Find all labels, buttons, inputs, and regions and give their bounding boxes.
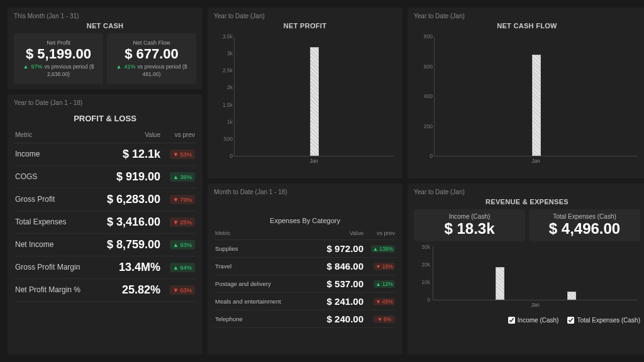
y-tick-label: 1.5k (214, 102, 233, 108)
pl-value: $ 3,416.00 (91, 216, 160, 229)
pl-metric: COGS (15, 172, 91, 181)
chart-bar (532, 55, 541, 156)
exp-delta-badge: 15% (374, 263, 395, 270)
pl-delta-badge: 25% (170, 217, 195, 227)
pl-metric: Net Profit Margin % (15, 285, 91, 294)
exp-value: $ 537.00 (307, 278, 364, 289)
table-row: Income $ 12.1k 53% (14, 143, 196, 166)
exp-delta-badge: 45% (374, 298, 395, 305)
kpi-label: Net Cash Flow (111, 40, 192, 46)
pl-delta-badge: 79% (170, 195, 195, 204)
pl-header-metric: Metric (15, 131, 91, 138)
pl-delta-badge: 63% (170, 285, 195, 295)
y-tick-label: 2.5k (214, 67, 233, 74)
table-row: Travel $ 846.00 15% (214, 258, 396, 275)
pl-metric: Income (15, 150, 91, 158)
pl-delta-badge: 53% (170, 150, 195, 159)
y-tick-label: 10k (414, 279, 430, 285)
net-cash-flow-chart: 8006004002000 Jan (414, 33, 640, 172)
revexp-title: REVENUE & EXPENSES (414, 198, 640, 206)
exp-value: $ 240.00 (307, 314, 364, 324)
exp-value: $ 972.00 (307, 243, 364, 254)
table-row: Total Expenses $ 3,416.00 25% (14, 211, 196, 234)
y-tick-label: 3.5k (214, 33, 233, 40)
exp-metric: Travel (215, 263, 307, 270)
pl-title: PROFIT & LOSS (14, 114, 196, 123)
chart-title: NET PROFIT (214, 22, 396, 30)
exp-delta-badge: 138% (371, 245, 395, 253)
y-tick-label: 2k (214, 84, 233, 90)
expenses-period: Month to Date (Jan 1 - 18) (214, 189, 396, 195)
y-tick-label: 400 (414, 93, 433, 99)
legend-checkbox-income[interactable] (508, 317, 515, 324)
table-row: Postage and delivery $ 537.00 12% (214, 275, 396, 293)
chart-bar (310, 47, 319, 156)
table-row: COGS $ 919.00 36% (14, 166, 196, 189)
net-cash-title: NET CASH (14, 22, 196, 30)
kpi-delta: 97% (23, 63, 43, 70)
table-row: Net Income $ 8,759.00 93% (14, 234, 196, 256)
card-label: Total Expenses (Cash) (531, 213, 638, 220)
pl-value: $ 12.1k (91, 148, 160, 161)
revenue-expenses-panel: Year to Date (Jan) REVENUE & EXPENSES In… (408, 184, 644, 354)
exp-metric: Supplies (215, 245, 307, 252)
kpi-delta: 41% (116, 63, 136, 70)
pl-header-row: Metric Value vs prev (14, 127, 196, 143)
card-value: $ 18.3k (416, 220, 523, 238)
pl-header-delta: vs prev (160, 131, 195, 138)
y-tick-label: 500 (214, 136, 233, 142)
kpi-net-cash-flow: Net Cash Flow $ 677.00 41% vs previous p… (107, 33, 196, 84)
exp-header-value: Value (307, 230, 364, 236)
table-row: Telephone $ 240.00 6% (214, 310, 396, 328)
net-cash-panel: This Month (Jan 1 - 31) NET CASH Net Pro… (8, 8, 203, 89)
legend-checkbox-expenses[interactable] (567, 317, 574, 324)
card-label: Income (Cash) (416, 213, 523, 220)
chart-bar (496, 267, 504, 300)
pl-metric: Net Income (15, 240, 91, 249)
expenses-card: Total Expenses (Cash) $ 4,496.00 (529, 209, 640, 241)
y-tick-label: 20k (414, 261, 430, 268)
y-tick-label: 1k (214, 119, 233, 125)
revexp-period: Year to Date (Jan) (414, 189, 640, 195)
y-tick-label: 0 (414, 153, 433, 159)
chart-legend: Income (Cash) Total Expenses (Cash) (414, 317, 640, 324)
exp-header-delta: vs prev (364, 230, 395, 236)
chart-period: Year to Date (Jan) (414, 13, 640, 19)
pl-delta-badge: 94% (170, 263, 195, 272)
pl-value: $ 919.00 (91, 170, 160, 184)
table-row: Meals and entertainment $ 241.00 45% (214, 293, 396, 310)
table-row: Gross Profit $ 6,283.00 79% (14, 189, 196, 211)
pl-metric: Gross Profit (15, 195, 91, 204)
profit-loss-panel: Year to Date (Jan 1 - 18) PROFIT & LOSS … (8, 94, 203, 354)
expenses-panel: Month to Date (Jan 1 - 18) Expenses By C… (208, 184, 402, 354)
kpi-sub: vs previous period ($ 2,638.00) (45, 63, 94, 77)
income-card: Income (Cash) $ 18.3k (414, 209, 525, 241)
card-value: $ 4,496.00 (531, 220, 638, 238)
table-row: Net Profit Margin % 25.82% 63% (14, 279, 196, 302)
pl-value: $ 6,283.00 (91, 193, 160, 206)
exp-header-metric: Metric (215, 230, 307, 236)
pl-period: Year to Date (Jan 1 - 18) (14, 99, 196, 106)
exp-value: $ 241.00 (307, 296, 364, 307)
net-cash-flow-chart-panel: Year to Date (Jan) NET CASH FLOW 8006004… (408, 8, 644, 178)
kpi-value: $ 5,199.00 (18, 47, 99, 61)
pl-value: 13.4M% (91, 261, 160, 274)
pl-metric: Total Expenses (15, 217, 91, 226)
chart-title: NET CASH FLOW (414, 22, 640, 30)
y-tick-label: 800 (414, 33, 433, 40)
net-profit-chart: 3.5k3k2.5k2k1.5k1k5000 Jan (214, 33, 396, 172)
pl-delta-badge: 36% (170, 172, 195, 182)
kpi-label: Net Profit (18, 40, 99, 46)
exp-delta-badge: 12% (374, 280, 395, 288)
kpi-net-profit: Net Profit $ 5,199.00 97% vs previous pe… (14, 33, 103, 84)
pl-header-value: Value (91, 131, 160, 138)
legend-expenses[interactable]: Total Expenses (Cash) (567, 317, 640, 324)
exp-delta-badge: 6% (374, 315, 395, 323)
chart-period: Year to Date (Jan) (214, 13, 396, 19)
expenses-title: Expenses By Category (214, 217, 396, 224)
net-cash-period: This Month (Jan 1 - 31) (14, 13, 196, 19)
revenue-expenses-chart: 30k20k10k0 Jan (414, 244, 640, 313)
pl-value: 25.82% (91, 283, 160, 297)
legend-income[interactable]: Income (Cash) (508, 317, 559, 324)
exp-metric: Meals and entertainment (215, 298, 307, 305)
